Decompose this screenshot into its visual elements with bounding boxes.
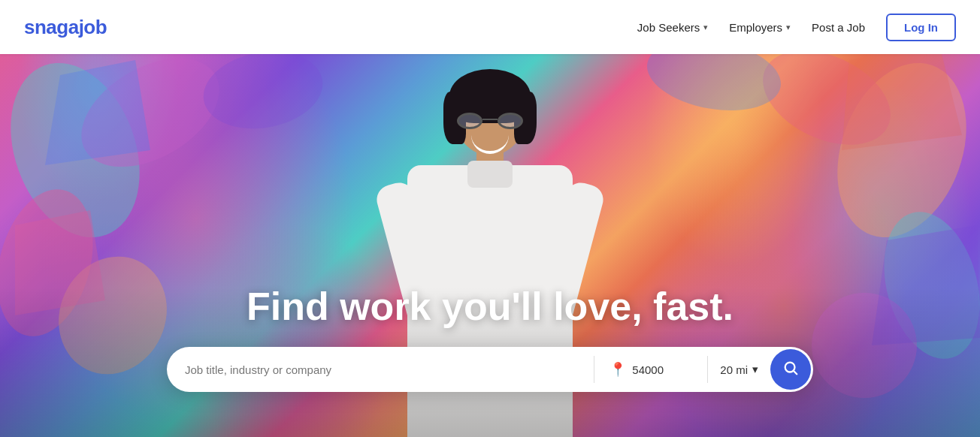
employers-nav[interactable]: Employers ▾	[729, 21, 791, 34]
login-button[interactable]: Log In	[886, 14, 956, 41]
svg-marker-4	[45, 60, 150, 165]
job-seekers-nav[interactable]: Job Seekers ▾	[637, 21, 708, 34]
svg-marker-10	[842, 45, 962, 150]
employers-chevron-icon: ▾	[786, 23, 791, 32]
search-location-section: 📍	[594, 347, 707, 392]
employers-label: Employers	[729, 21, 782, 34]
distance-value: 20 mi	[720, 363, 748, 376]
search-icon	[782, 360, 799, 380]
distance-chevron-icon: ▾	[752, 363, 758, 376]
logo[interactable]: snagajob	[24, 16, 107, 39]
search-job-input[interactable]	[167, 347, 594, 392]
navigation: Job Seekers ▾ Employers ▾ Post a Job Log…	[637, 14, 956, 41]
job-seekers-label: Job Seekers	[637, 21, 700, 34]
job-seekers-chevron-icon: ▾	[703, 23, 708, 32]
svg-line-15	[794, 371, 797, 374]
location-input[interactable]	[632, 363, 692, 376]
search-button[interactable]	[770, 349, 811, 390]
hero-section: Find work you'll love, fast. 📍 20 mi ▾	[0, 0, 980, 437]
search-bar: 📍 20 mi ▾	[167, 347, 813, 392]
distance-select[interactable]: 20 mi ▾	[708, 347, 770, 392]
location-pin-icon: 📍	[609, 361, 626, 378]
post-job-nav[interactable]: Post a Job	[812, 21, 865, 34]
hero-content: Find work you'll love, fast. 📍 20 mi ▾	[0, 284, 980, 392]
hero-title: Find work you'll love, fast.	[247, 284, 733, 329]
svg-point-12	[198, 43, 329, 137]
header: snagajob Job Seekers ▾ Employers ▾ Post …	[0, 0, 980, 54]
